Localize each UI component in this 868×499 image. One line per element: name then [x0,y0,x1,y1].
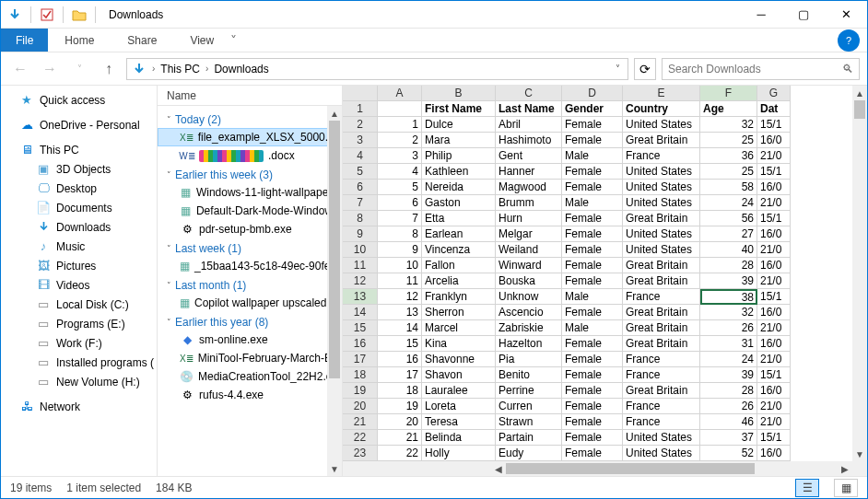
group-last-week[interactable]: ˅Last week (1) [158,238,342,257]
nav-downloads[interactable]: Downloads [1,217,157,237]
file-item[interactable]: ▦Default-Dark-Mode-Windows- [158,202,342,220]
nav-network[interactable]: 🖧Network [1,397,157,416]
breadcrumb-downloads[interactable]: Downloads [211,61,271,77]
row-header: 4 [343,148,378,164]
pictures-icon: 🖼 [36,259,51,273]
navigation-pane: ★Quick access ☁OneDrive - Personal 🖥This… [1,86,158,476]
refresh-button[interactable]: ⟳ [634,58,656,80]
thumbnails-view-button[interactable]: ▦ [834,479,858,497]
close-button[interactable]: ✕ [825,1,867,28]
nav-thispc[interactable]: 🖥This PC [1,140,157,159]
scroll-left-arrow[interactable]: ◀ [491,461,506,476]
file-item[interactable]: X≣file_example_XLSX_5000.xlsx [158,128,342,146]
col-header-B: B [422,86,496,101]
exe-icon: ⚙ [180,388,194,402]
preview-hscroll[interactable]: ◀ ▶ [343,461,867,476]
address-bar: ← → ˅ ↑ › This PC › Downloads ˅ ⟳ Search… [1,52,867,86]
tab-share[interactable]: Share [111,29,173,52]
tab-file[interactable]: File [1,29,48,52]
search-placeholder: Search Downloads [668,63,842,75]
up-button[interactable]: ↑ [97,57,121,81]
file-item[interactable]: ⚙pdr-setup-bmb.exe [158,220,342,238]
row-header: 11 [343,258,378,273]
group-today[interactable]: ˅Today (2) [158,110,342,128]
nav-newvolume-h[interactable]: ▭New Volume (H:) [1,372,157,391]
nav-pictures[interactable]: 🖼Pictures [1,256,157,275]
file-item[interactable]: ▦Windows-11-light-wallpaper-1 [158,183,342,202]
exe-icon: 💿 [180,369,194,384]
file-item[interactable]: ▦Copilot wallpaper upscaled.png [158,294,342,312]
documents-icon: 📄 [36,201,51,215]
word-icon: W≣ [180,148,194,163]
file-item[interactable]: 💿MediaCreationTool_22H2.exe [158,367,342,386]
row-header: 19 [343,383,378,399]
file-item[interactable]: ⚙rufus-4.4.exe [158,386,342,404]
nav-installed-g[interactable]: ▭Installed programs ( [1,353,157,372]
file-list-scrollbar[interactable]: ▲ ▼ [327,106,342,476]
row-header: 20 [343,399,378,414]
nav-videos[interactable]: 🎞Videos [1,275,157,295]
scroll-thumb[interactable] [329,121,340,378]
nav-music[interactable]: ♪Music [1,237,157,256]
address-dropdown[interactable]: ˅ [609,64,626,74]
quickaccess-down-arrow-icon[interactable] [5,5,25,25]
scroll-up-arrow[interactable]: ▲ [852,86,867,100]
row-header: 15 [343,320,378,336]
maximize-button[interactable]: ▢ [782,1,825,28]
column-header-name[interactable]: Name [158,86,342,106]
file-item[interactable]: ▦_15baa143-5c18-49ec-90fe-6bb [158,257,342,275]
group-earlier-year[interactable]: ˅Earlier this year (8) [158,312,342,331]
quickaccess-check-icon[interactable] [37,5,57,25]
scroll-down-arrow[interactable]: ▼ [852,447,867,461]
ribbon-collapse-icon[interactable]: ˅ [230,33,237,48]
chevron-right-icon[interactable]: › [205,64,209,74]
chevron-down-icon: ˅ [167,244,171,253]
file-item[interactable]: X≣MiniTool-February-March-ES-a [158,349,342,367]
search-input[interactable]: Search Downloads 🔍︎ [662,58,860,80]
cube-icon: ▣ [36,162,51,177]
file-item[interactable]: W≣.docx [158,146,342,165]
network-icon: 🖧 [19,400,34,414]
tab-view[interactable]: View [173,29,230,52]
exe-icon: ⚙ [180,222,194,237]
nav-work-f[interactable]: ▭Work (F:) [1,333,157,353]
status-size: 184 KB [156,482,192,494]
tab-home[interactable]: Home [48,29,111,52]
nav-3d-objects[interactable]: ▣3D Objects [1,159,157,179]
scroll-thumb[interactable] [506,463,755,474]
row-header: 12 [343,273,378,289]
scroll-up-arrow[interactable]: ▲ [327,106,342,121]
recent-dropdown[interactable]: ˅ [67,57,91,81]
forward-button[interactable]: → [38,57,62,81]
details-view-button[interactable]: ☰ [795,479,819,497]
status-bar: 19 items 1 item selected 184 KB ☰ ▦ [1,476,867,498]
nav-quick-access[interactable]: ★Quick access [1,90,157,110]
breadcrumb-bar[interactable]: › This PC › Downloads ˅ [126,58,628,80]
nav-documents[interactable]: 📄Documents [1,198,157,217]
title-bar: Downloads ─ ▢ ✕ [1,1,867,29]
breadcrumb-thispc[interactable]: This PC [158,61,203,77]
file-item[interactable]: ◆sm-online.exe [158,331,342,349]
search-icon: 🔍︎ [842,63,853,75]
row-header: 13 [343,289,378,305]
nav-programs-e[interactable]: ▭Programs (E:) [1,314,157,333]
group-earlier-week[interactable]: ˅Earlier this week (3) [158,165,342,183]
nav-desktop[interactable]: 🖵Desktop [1,179,157,198]
preview-vscroll[interactable]: ▲ ▼ [852,86,867,461]
minimize-button[interactable]: ─ [740,1,782,28]
scroll-right-arrow[interactable]: ▶ [838,461,852,476]
chevron-right-icon[interactable]: › [151,64,156,74]
nav-onedrive[interactable]: ☁OneDrive - Personal [1,115,157,134]
row-header: 14 [343,305,378,320]
scroll-down-arrow[interactable]: ▼ [327,461,342,476]
scroll-thumb[interactable] [854,100,865,119]
help-button[interactable]: ? [838,29,860,52]
group-last-month[interactable]: ˅Last month (1) [158,275,342,294]
folder-icon[interactable] [69,5,89,25]
pc-icon: 🖥 [19,143,34,157]
file-thumbnail [199,150,264,162]
col-header-C: C [496,86,562,101]
back-button[interactable]: ← [8,57,32,81]
nav-local-disk-c[interactable]: ▭Local Disk (C:) [1,295,157,314]
row-header: 6 [343,180,378,195]
